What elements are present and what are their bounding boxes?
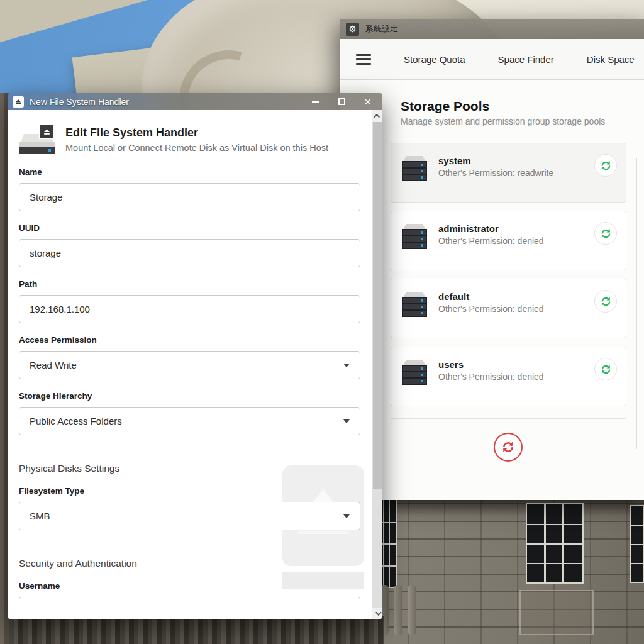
uuid-input[interactable] — [19, 239, 360, 267]
tab-space-finder[interactable]: Space Finder — [498, 54, 554, 65]
pool-card-administrator[interactable]: administrator Other's Permission: denied — [391, 211, 626, 270]
filesystem-type-select[interactable]: SMB — [19, 502, 360, 530]
pool-permission: Other's Permission: readwrite — [438, 168, 585, 178]
chevron-down-icon — [343, 364, 350, 367]
filesystem-type-value: SMB — [30, 511, 50, 521]
section-divider — [19, 545, 360, 545]
storage-hierarchy-select[interactable]: Public Access Folders — [19, 407, 360, 435]
tab-disk-space[interactable]: Disk Space — [587, 54, 635, 65]
refresh-icon — [601, 364, 611, 375]
path-input[interactable] — [19, 295, 360, 323]
field-label-uuid: UUID — [19, 223, 360, 233]
maximize-button[interactable] — [338, 98, 345, 105]
baluster — [408, 585, 416, 635]
refresh-pools-button[interactable] — [494, 433, 523, 462]
scrollbar-thumb[interactable] — [373, 122, 382, 489]
gear-icon: ⚙ — [346, 23, 359, 36]
page-subtitle: Manage system and permission group stora… — [401, 116, 628, 126]
pool-refresh-button[interactable] — [594, 358, 617, 380]
refresh-icon — [502, 441, 514, 453]
refresh-icon — [601, 296, 611, 307]
scroll-up-button[interactable] — [372, 110, 382, 122]
tab-storage-quota[interactable]: Storage Quota — [404, 54, 465, 65]
dialog-scrollbar[interactable] — [372, 110, 382, 619]
dialog-body: Edit File System Handler Mount Local or … — [8, 110, 382, 619]
pool-refresh-button[interactable] — [594, 154, 617, 177]
dialog-form: Edit File System Handler Mount Local or … — [8, 110, 372, 619]
panel-divider — [636, 158, 637, 449]
refresh-icon — [601, 160, 611, 171]
pool-card-users[interactable]: users Other's Permission: denied — [391, 347, 626, 406]
field-label-storage-hierarchy: Storage Hierarchy — [19, 391, 360, 401]
field-label-access-permission: Access Permission — [19, 335, 360, 345]
dialog-titlebar[interactable]: New File System Handler × — [8, 93, 382, 110]
access-permission-select[interactable]: Read Write — [19, 351, 360, 379]
file-system-handler-dialog: New File System Handler × — [8, 93, 382, 619]
form-title: Edit File System Handler — [65, 124, 328, 140]
settings-body: Storage Quota Space Finder Disk Space St… — [340, 39, 644, 500]
storage-hierarchy-value: Public Access Folders — [30, 416, 122, 426]
pool-permission: Other's Permission: denied — [438, 304, 585, 314]
server-icon — [400, 290, 429, 319]
name-input[interactable] — [19, 183, 360, 211]
facade-relief-panel — [519, 590, 594, 635]
pool-refresh-button[interactable] — [594, 222, 617, 245]
menu-icon[interactable] — [356, 54, 371, 65]
stone-steps — [0, 616, 384, 644]
server-icon — [400, 222, 429, 251]
pool-name: users — [438, 359, 585, 370]
pool-name: default — [438, 291, 585, 302]
chevron-down-icon — [343, 514, 350, 518]
eject-icon — [13, 96, 24, 108]
settings-window-title: 系統設定 — [365, 23, 398, 35]
refresh-icon — [601, 228, 611, 239]
pool-card-default[interactable]: default Other's Permission: denied — [391, 279, 626, 338]
pool-refresh-button[interactable] — [594, 290, 617, 313]
field-label-name: Name — [19, 167, 360, 177]
pool-name: system — [438, 155, 585, 166]
system-settings-window: ⚙ 系統設定 Storage Quota Space Finder Disk S… — [340, 19, 644, 500]
storage-pool-list: system Other's Permission: readwrite — [391, 143, 626, 406]
section-divider — [19, 450, 360, 450]
close-button[interactable]: × — [364, 96, 371, 108]
chevron-up-icon — [374, 114, 380, 120]
server-icon — [400, 154, 429, 183]
server-icon — [400, 358, 429, 387]
eject-icon — [39, 124, 54, 139]
facade-window — [526, 503, 584, 584]
settings-titlebar[interactable]: ⚙ 系統設定 — [340, 19, 644, 39]
dialog-title: New File System Handler — [30, 97, 312, 107]
list-divider — [391, 418, 626, 419]
field-label-username: Username — [19, 581, 360, 591]
chevron-down-icon — [343, 419, 350, 423]
username-input[interactable] — [19, 597, 360, 619]
minimize-button[interactable] — [312, 101, 319, 103]
access-permission-value: Read Write — [30, 360, 77, 370]
page-title: Storage Pools — [401, 99, 628, 114]
form-subtitle: Mount Local or Connect Remote Disk as Vi… — [65, 143, 328, 153]
section-title-security: Security and Authentication — [19, 558, 360, 569]
section-title-physical-disks: Physical Disks Settings — [19, 463, 360, 474]
pool-permission: Other's Permission: denied — [438, 236, 585, 246]
pool-name: administrator — [438, 223, 585, 234]
settings-tab-bar: Storage Quota Space Finder Disk Space — [340, 39, 644, 80]
facade-window — [630, 505, 644, 583]
pool-card-system[interactable]: system Other's Permission: readwrite — [391, 143, 626, 203]
scroll-down-button[interactable] — [372, 608, 382, 619]
disk-drive-icon — [19, 124, 55, 155]
chevron-down-icon — [375, 609, 381, 616]
field-label-path: Path — [19, 279, 360, 289]
storage-pools-panel: Storage Pools Manage system and permissi… — [340, 80, 644, 462]
field-label-filesystem-type: Filesystem Type — [19, 486, 360, 496]
pool-permission: Other's Permission: denied — [438, 372, 585, 382]
baluster — [394, 585, 402, 635]
